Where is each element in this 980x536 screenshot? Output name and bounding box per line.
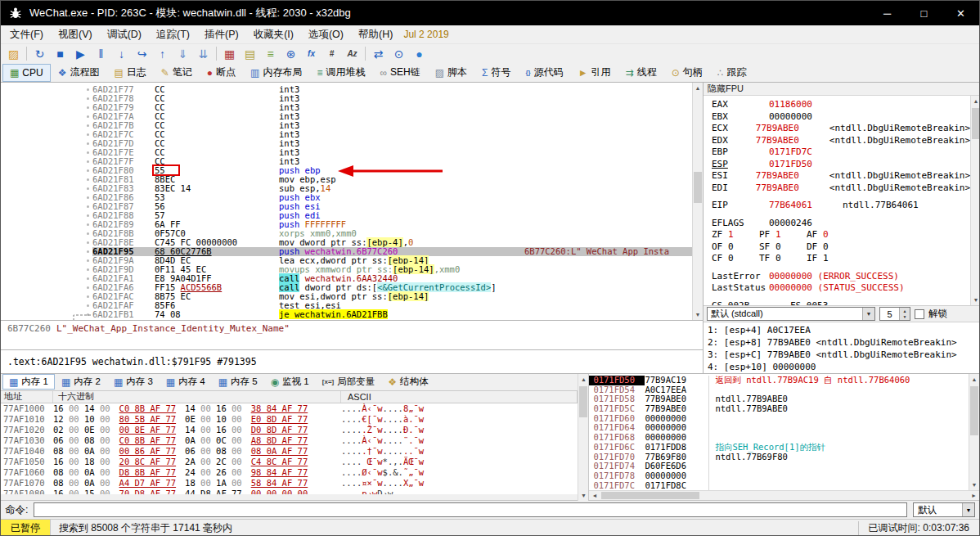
dump-row[interactable]: 77AF105016 00 18 0020 8C AF 772A 00 2C 0…: [1, 457, 578, 467]
register-row[interactable]: OF 0SF 0DF 0: [712, 241, 970, 254]
font-button[interactable]: Az: [342, 45, 362, 63]
dump-tab-结构体[interactable]: ❖结构体: [381, 374, 434, 390]
scrollbar-thumb[interactable]: [694, 172, 702, 203]
tab-内存布局[interactable]: ▥内存布局: [243, 64, 309, 82]
scroll-up-arrow[interactable]: ▲: [971, 96, 980, 106]
tab-CPU[interactable]: ▦CPU: [2, 64, 51, 82]
hide-fpu-button[interactable]: 隐藏FPU: [704, 83, 980, 96]
stack-rows[interactable]: 0171FD5077B9AC19返回到 ntdll.77B9AC19 自 ntd…: [589, 374, 969, 490]
register-row[interactable]: ESI77B9ABE0<ntdll.DbgUiRemoteBreakin>: [712, 170, 970, 182]
calling-convention-select[interactable]: 默认 (stdcall) ▼: [707, 307, 875, 321]
stack-horizontal-scrollbar[interactable]: ◄ ►: [589, 490, 979, 500]
register-row[interactable]: CF 0TF 0IF 1: [712, 253, 970, 265]
stack-row[interactable]: 0171FD7800000000: [589, 471, 969, 481]
spin-down-icon[interactable]: ▼: [899, 314, 910, 321]
appearance-button[interactable]: fx: [301, 45, 321, 63]
stack-row[interactable]: 0171FD7C0171FD8C: [589, 481, 969, 490]
stack-row[interactable]: 0171FD5C77B9ABE0ntdll.77B9ABE0: [589, 404, 969, 414]
dump-row[interactable]: 77AF100016 00 14 00C0 8B AF 7714 00 16 0…: [1, 403, 578, 414]
dump-tab-内存 4[interactable]: ▦内存 4: [160, 374, 212, 390]
chevron-down-icon[interactable]: ▼: [962, 503, 974, 516]
argument-row[interactable]: 3: [esp+C] 77B9ABE0 <ntdll.DbgUiRemoteBr…: [704, 349, 980, 361]
disasm-row[interactable]: 6AD21FB174 08je wechatwin.6AD21FBB: [1, 310, 692, 319]
disassembly-pane[interactable]: 6AD21F77CCint36AD21F78CCint36AD21F79CCin…: [1, 83, 692, 320]
internet-button[interactable]: ●: [409, 45, 429, 63]
step-over-source-button[interactable]: ⇊: [193, 45, 214, 63]
menu-item-文件(F)[interactable]: 文件(F): [2, 26, 51, 43]
tab-流程图[interactable]: ❖流程图: [51, 64, 107, 82]
menu-item-插件(P)[interactable]: 插件(P): [197, 26, 246, 43]
scroll-down-arrow[interactable]: ▼: [693, 309, 703, 320]
dump-rows[interactable]: 77AF100016 00 14 00C0 8B AF 7714 00 16 0…: [1, 403, 578, 494]
tab-SEH链[interactable]: ∞SEH链: [372, 64, 427, 82]
animate-button[interactable]: ▦: [219, 45, 240, 63]
scroll-up-arrow[interactable]: ▲: [969, 374, 979, 385]
preferences-button[interactable]: ⊛: [281, 45, 301, 63]
menu-item-选项(O)[interactable]: 选项(O): [301, 26, 351, 43]
open-file-button[interactable]: ▨: [3, 45, 24, 63]
dump-row[interactable]: 77AF108016 00 15 0070 D8 AF 7744 D8 AF 7…: [1, 489, 578, 494]
step-into-source-button[interactable]: ⇓: [173, 45, 193, 63]
notes-button[interactable]: ≡: [260, 45, 281, 63]
command-profile-select[interactable]: 默认 ▼: [913, 502, 975, 517]
register-row[interactable]: LastStatus00000000 (STATUS_SUCCESS): [712, 282, 970, 295]
dump-row[interactable]: 77AF102002 00 0E 0000 8E AF 7714 00 16 0…: [1, 425, 578, 435]
dump-tab-内存 2[interactable]: ▦内存 2: [55, 374, 107, 390]
register-row[interactable]: LastError00000000 (ERROR_SUCCESS): [712, 271, 970, 283]
dump-row[interactable]: 77AF104008 00 0A 0000 86 AF 7706 00 08 0…: [1, 446, 578, 457]
tab-跟踪[interactable]: ∴跟踪: [710, 64, 754, 82]
scroll-down-arrow[interactable]: ▼: [578, 490, 588, 501]
menu-item-调试(D)[interactable]: 调试(D): [100, 26, 149, 43]
scrollbar-track[interactable]: [693, 93, 703, 309]
register-row[interactable]: EBX00000000: [712, 111, 970, 124]
chevron-down-icon[interactable]: ▼: [862, 308, 874, 320]
step-into-button[interactable]: ↓: [111, 45, 132, 63]
minimize-button[interactable]: ─: [869, 1, 906, 25]
scrollbar-thumb[interactable]: [972, 108, 980, 139]
scroll-down-arrow[interactable]: ▼: [969, 480, 979, 490]
scroll-up-arrow[interactable]: ▲: [693, 83, 703, 93]
register-row[interactable]: ECX77B9ABE0<ntdll.DbgUiRemoteBreakin>: [712, 123, 970, 135]
run-button[interactable]: ▶: [70, 45, 91, 63]
argument-row[interactable]: 2: [esp+8] 77B9ABE0 <ntdll.DbgUiRemoteBr…: [704, 336, 980, 349]
stack-row[interactable]: 0171FD6C0171FDD8指向SEH_Record[1]的指针: [589, 443, 969, 453]
menu-item-帮助(H)[interactable]: 帮助(H): [351, 26, 400, 43]
scrollbar-track[interactable]: [600, 491, 969, 500]
menu-item-收藏夹(I)[interactable]: 收藏夹(I): [246, 26, 301, 43]
unlock-checkbox[interactable]: [915, 309, 924, 319]
register-row[interactable]: ESP0171FD50: [712, 159, 970, 171]
dump-tab-内存 3[interactable]: ▦内存 3: [107, 374, 160, 390]
scrollbar-thumb[interactable]: [579, 386, 587, 417]
register-row[interactable]: EFLAGS00000246: [712, 218, 970, 230]
log-window-button[interactable]: ▤: [240, 45, 260, 63]
calculator-button[interactable]: #: [321, 45, 342, 63]
tab-引用[interactable]: ►引用: [571, 64, 618, 82]
dump-row[interactable]: 77AF101012 00 10 0080 5B AF 770E 00 10 0…: [1, 414, 578, 425]
dump-row[interactable]: 77AF107008 00 0A 00A4 D7 AF 7718 00 1A 0…: [1, 478, 578, 489]
scrollbar-thumb[interactable]: [601, 492, 699, 499]
registers-scrollbar[interactable]: ▲ ▼: [970, 96, 980, 305]
scroll-right-arrow[interactable]: ►: [969, 493, 979, 498]
stack-row[interactable]: 0171FD5077B9AC19返回到 ntdll.77B9AC19 自 ntd…: [589, 376, 969, 385]
register-row[interactable]: EDX77B9ABE0<ntdll.DbgUiRemoteBreakin>: [712, 135, 970, 147]
tab-脚本[interactable]: ▨脚本: [428, 64, 474, 82]
menu-item-追踪(T)[interactable]: 追踪(T): [149, 26, 197, 43]
menu-item-视图(V)[interactable]: 视图(V): [51, 26, 100, 43]
spin-up-icon[interactable]: ▲: [899, 308, 910, 314]
tab-句柄[interactable]: ⊙句柄: [664, 64, 710, 82]
argument-count-stepper[interactable]: 5 ▲▼: [879, 307, 910, 321]
scroll-down-arrow[interactable]: ▼: [971, 295, 980, 305]
tab-笔记[interactable]: ✎笔记: [154, 64, 200, 82]
command-input[interactable]: [34, 502, 907, 517]
dump-row[interactable]: 77AF103006 00 08 00C0 8B AF 770A 00 0C 0…: [1, 435, 578, 446]
argument-row[interactable]: 4: [esp+10] 00000000: [704, 361, 980, 373]
dump-tab-监视 1[interactable]: ◉监视 1: [264, 374, 316, 390]
register-row[interactable]: EIP77B64061ntdll.77B64061: [712, 200, 970, 212]
register-row[interactable]: EAX01186000: [712, 99, 970, 111]
tab-符号[interactable]: Σ符号: [474, 64, 518, 82]
search-button[interactable]: ⊙: [389, 45, 409, 63]
maximize-button[interactable]: □: [906, 1, 942, 25]
tab-调用堆栈[interactable]: ≡调用堆栈: [309, 64, 372, 82]
pause-button[interactable]: ‖: [91, 45, 111, 63]
argument-row[interactable]: 1: [esp+4] A0C17EEA: [704, 324, 980, 336]
